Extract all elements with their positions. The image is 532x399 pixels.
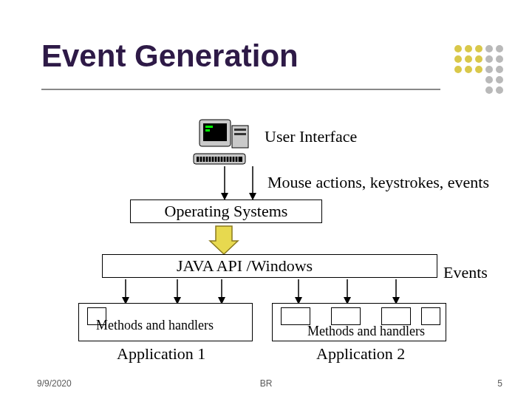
svg-point-0 xyxy=(454,45,462,52)
decorative-dots xyxy=(452,43,511,102)
svg-rect-25 xyxy=(234,133,246,135)
svg-point-5 xyxy=(475,55,482,63)
svg-point-6 xyxy=(454,66,462,73)
app2-handler-square-2 xyxy=(331,307,361,325)
footer-page-number: 5 xyxy=(497,378,502,389)
svg-point-17 xyxy=(485,86,493,94)
svg-point-1 xyxy=(465,45,472,52)
label-mouse-actions: Mouse actions, keystrokes, events xyxy=(267,173,489,192)
svg-point-2 xyxy=(475,45,482,52)
java-text: JAVA API /Windows xyxy=(177,256,313,276)
app2-handler-square-1 xyxy=(281,307,310,325)
svg-point-10 xyxy=(496,45,503,52)
svg-point-13 xyxy=(485,66,493,73)
title-underline xyxy=(41,89,440,90)
box-operating-systems: Operating Systems xyxy=(130,200,322,223)
svg-point-4 xyxy=(465,55,472,63)
footer-center: BR xyxy=(260,378,273,389)
svg-marker-46 xyxy=(210,226,238,254)
app2-handler-square-3 xyxy=(381,307,411,325)
footer-date: 9/9/2020 xyxy=(37,378,72,389)
label-app1: Application 1 xyxy=(117,344,205,364)
svg-point-11 xyxy=(485,55,493,63)
os-text: Operating Systems xyxy=(165,202,288,221)
svg-rect-27 xyxy=(197,157,242,162)
svg-point-14 xyxy=(496,66,503,73)
svg-rect-21 xyxy=(205,126,213,128)
svg-point-9 xyxy=(485,45,493,52)
app2-handler-square-4 xyxy=(421,307,440,325)
svg-rect-24 xyxy=(234,129,246,131)
svg-point-16 xyxy=(496,76,503,83)
slide-title: Event Generation xyxy=(41,38,299,74)
svg-point-3 xyxy=(454,55,462,63)
label-user-interface: User Interface xyxy=(265,127,357,146)
label-app2: Application 2 xyxy=(316,344,405,364)
svg-point-18 xyxy=(496,86,503,94)
label-events: Events xyxy=(443,263,488,282)
svg-point-15 xyxy=(485,76,493,83)
arrow-ui-to-os-2 xyxy=(248,166,257,203)
label-mh2: Methods and handlers xyxy=(307,324,425,339)
label-mh1: Methods and handlers xyxy=(96,318,214,333)
svg-point-7 xyxy=(465,66,472,73)
computer-icon xyxy=(192,118,259,173)
arrow-ui-to-os-1 xyxy=(220,166,229,203)
svg-point-12 xyxy=(496,55,503,63)
box-java-api: JAVA API /Windows xyxy=(102,254,437,278)
svg-point-8 xyxy=(475,66,482,73)
svg-rect-22 xyxy=(205,129,210,132)
